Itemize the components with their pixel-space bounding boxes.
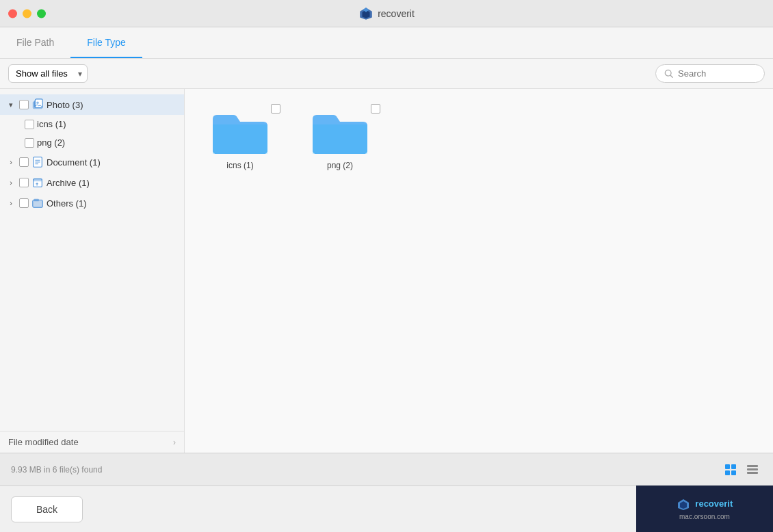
svg-rect-25 bbox=[731, 470, 736, 475]
watermark-url: mac.orsoon.com bbox=[679, 513, 730, 520]
svg-rect-23 bbox=[731, 464, 736, 469]
title-bar: recoverit bbox=[0, 0, 773, 27]
tab-file-path[interactable]: File Path bbox=[0, 27, 70, 58]
filter-select-wrapper: Show all files Photos Documents Archives… bbox=[8, 64, 88, 83]
svg-point-8 bbox=[36, 102, 39, 105]
chevron-down-icon: ▾ bbox=[5, 101, 16, 109]
bottom-bar: 9.93 MB in 6 file(s) found bbox=[0, 453, 773, 486]
file-grid: icns (1) png (2) bbox=[196, 100, 762, 176]
search-icon bbox=[664, 69, 674, 79]
main-content: ▾ Photo (3) icns (1) pn bbox=[0, 89, 773, 453]
watermark-name: recoverit bbox=[695, 498, 733, 509]
file-card-icns[interactable]: icns (1) bbox=[196, 100, 285, 176]
svg-line-4 bbox=[670, 75, 672, 77]
others-group-icon bbox=[31, 197, 44, 209]
tab-bar: File Path File Type bbox=[0, 27, 773, 59]
document-group-icon bbox=[31, 156, 44, 168]
sidebar-item-icns[interactable]: icns (1) bbox=[0, 115, 184, 133]
others-label: Others (1) bbox=[47, 198, 87, 209]
app-name-label: recoverit bbox=[378, 8, 415, 19]
sidebar: ▾ Photo (3) icns (1) pn bbox=[0, 89, 185, 453]
svg-rect-21 bbox=[313, 124, 367, 154]
maximize-button[interactable] bbox=[37, 9, 46, 18]
file-area: icns (1) png (2) bbox=[185, 89, 773, 453]
search-input[interactable] bbox=[678, 68, 756, 79]
svg-rect-24 bbox=[725, 470, 730, 475]
sidebar-footer-label: File modified date bbox=[8, 437, 79, 447]
filter-select[interactable]: Show all files Photos Documents Archives… bbox=[8, 64, 88, 83]
icns-checkbox[interactable] bbox=[25, 120, 34, 129]
grid-view-button[interactable] bbox=[721, 460, 740, 479]
sidebar-item-png[interactable]: png (2) bbox=[0, 133, 184, 152]
back-bar: Back recoverit mac.orsoon.com bbox=[0, 486, 773, 532]
close-button[interactable] bbox=[8, 9, 17, 18]
sidebar-scroll: ▾ Photo (3) icns (1) pn bbox=[0, 89, 184, 431]
view-icons bbox=[721, 460, 762, 479]
watermark-logo-icon bbox=[677, 498, 690, 511]
photo-label: Photo (3) bbox=[47, 100, 83, 110]
chevron-right-icon-2: › bbox=[5, 178, 16, 187]
sidebar-item-document[interactable]: › Document (1) bbox=[0, 152, 184, 172]
minimize-button[interactable] bbox=[23, 9, 31, 18]
app-logo-icon bbox=[358, 6, 374, 21]
list-view-button[interactable] bbox=[743, 460, 762, 479]
svg-rect-20 bbox=[213, 124, 267, 154]
file-card-png[interactable]: png (2) bbox=[296, 100, 384, 176]
icns-card-checkbox[interactable] bbox=[271, 104, 280, 114]
icns-label: icns (1) bbox=[37, 119, 66, 129]
png-label: png (2) bbox=[37, 137, 65, 148]
svg-rect-28 bbox=[747, 472, 758, 474]
tab-file-type-label: File Type bbox=[87, 37, 126, 48]
photo-checkbox[interactable] bbox=[19, 100, 29, 109]
icns-file-label: icns (1) bbox=[226, 161, 253, 170]
back-button[interactable]: Back bbox=[11, 496, 83, 522]
list-view-icon bbox=[746, 464, 759, 476]
document-checkbox[interactable] bbox=[19, 157, 29, 167]
folder-icon-icns bbox=[209, 105, 271, 157]
png-card-checkbox[interactable] bbox=[371, 104, 380, 114]
tab-file-path-label: File Path bbox=[16, 37, 54, 48]
svg-rect-27 bbox=[747, 468, 758, 470]
archive-label: Archive (1) bbox=[47, 178, 90, 188]
traffic-lights bbox=[8, 9, 46, 18]
sidebar-item-archive[interactable]: › Archive (1) bbox=[0, 172, 184, 193]
svg-rect-22 bbox=[725, 464, 730, 469]
chevron-right-icon-3: › bbox=[5, 199, 16, 207]
svg-rect-14 bbox=[34, 179, 42, 182]
watermark-logo: recoverit bbox=[677, 498, 733, 511]
document-label: Document (1) bbox=[47, 157, 101, 168]
watermark: recoverit mac.orsoon.com bbox=[636, 486, 773, 532]
tab-file-type[interactable]: File Type bbox=[70, 27, 142, 58]
archive-group-icon bbox=[31, 176, 44, 189]
filter-row: Show all files Photos Documents Archives… bbox=[0, 59, 773, 89]
app-title: recoverit bbox=[358, 6, 415, 21]
sidebar-footer-modified-date[interactable]: File modified date › bbox=[0, 431, 184, 453]
svg-rect-26 bbox=[747, 465, 758, 467]
png-file-label: png (2) bbox=[327, 161, 353, 170]
status-text: 9.93 MB in 6 file(s) found bbox=[11, 465, 721, 475]
archive-checkbox[interactable] bbox=[19, 178, 29, 187]
grid-view-icon bbox=[724, 464, 737, 476]
chevron-right-footer-icon: › bbox=[173, 438, 176, 447]
others-checkbox[interactable] bbox=[19, 198, 29, 208]
chevron-right-icon: › bbox=[5, 158, 16, 166]
folder-icon-png bbox=[309, 105, 371, 157]
search-box bbox=[655, 64, 765, 83]
sidebar-item-others[interactable]: › Others (1) bbox=[0, 193, 184, 213]
photo-group-icon bbox=[31, 98, 44, 111]
png-checkbox[interactable] bbox=[25, 138, 34, 148]
sidebar-item-photo[interactable]: ▾ Photo (3) bbox=[0, 94, 184, 115]
